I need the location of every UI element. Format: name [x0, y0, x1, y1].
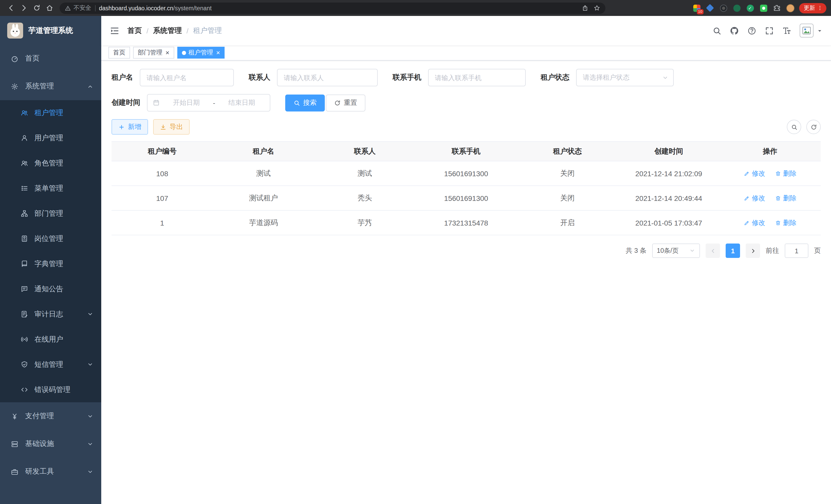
bookmark-star-icon[interactable]: [594, 5, 600, 11]
active-dot: [182, 51, 186, 55]
browser-toolbar: 不安全 dashboard.yudao.iocoder.cn/system/te…: [0, 0, 831, 16]
cell-actions: 修改 删除: [719, 210, 821, 235]
contact-input[interactable]: [277, 69, 378, 86]
search-button[interactable]: 搜索: [285, 94, 325, 111]
sidebar-item-label: 系统管理: [25, 82, 54, 91]
breadcrumb-item-system[interactable]: 系统管理: [153, 26, 182, 35]
tab-dept[interactable]: 部门管理 ×: [133, 47, 174, 59]
filter-contact: 联系人: [249, 69, 378, 86]
date-range-picker[interactable]: 开始日期 - 结束日期: [147, 94, 270, 112]
filter-create-time: 创建时间 开始日期 - 结束日期: [112, 94, 270, 112]
edit-link[interactable]: 修改: [744, 169, 765, 178]
phone-label: 联系手机: [393, 73, 422, 82]
sidebar-item-notice[interactable]: 通知公告: [0, 276, 101, 302]
toggle-search-button[interactable]: [787, 120, 801, 134]
page-size-select[interactable]: 10条/页: [652, 243, 700, 258]
sidebar-item-label: 研发工具: [25, 467, 54, 476]
chevron-down-icon: [87, 441, 93, 447]
cell-phone: 17321315478: [416, 210, 517, 235]
font-size-icon[interactable]: [782, 26, 792, 35]
sidebar-item-dict[interactable]: 字典管理: [0, 251, 101, 276]
delete-link[interactable]: 删除: [775, 194, 797, 203]
sidebar-item-audit-log[interactable]: 审计日志: [0, 302, 101, 327]
phone-input[interactable]: [428, 69, 526, 86]
page-number-1[interactable]: 1: [726, 243, 740, 258]
reset-button[interactable]: 重置: [326, 94, 365, 111]
sidebar-logo[interactable]: 芋道管理系统: [0, 16, 101, 45]
next-page-button[interactable]: [746, 243, 760, 258]
extension-icon-dark-circle[interactable]: [719, 4, 728, 12]
users-icon: [21, 159, 28, 167]
sidebar-item-online-user[interactable]: 在线用户: [0, 327, 101, 352]
extension-icon-green-check[interactable]: ✓: [746, 4, 754, 12]
browser-back-button[interactable]: [5, 2, 18, 14]
browser-reload-button[interactable]: [30, 2, 43, 14]
edit-link[interactable]: 修改: [744, 194, 765, 203]
sidebar-item-infra[interactable]: 基础设施: [0, 430, 101, 458]
create-time-label: 创建时间: [112, 98, 140, 108]
address-bar[interactable]: 不安全 dashboard.yudao.iocoder.cn/system/te…: [60, 2, 605, 13]
prev-page-button[interactable]: [706, 243, 720, 258]
github-icon[interactable]: [730, 26, 739, 35]
browser-forward-button[interactable]: [18, 2, 30, 14]
sidebar-item-error-code[interactable]: 错误码管理: [0, 377, 101, 402]
delete-link[interactable]: 删除: [775, 218, 797, 227]
cell-actions: 修改 删除: [719, 161, 821, 186]
date-separator: -: [213, 99, 215, 107]
sidebar-item-post[interactable]: 岗位管理: [0, 226, 101, 251]
extension-icon-colorful[interactable]: 10: [692, 4, 701, 12]
tab-label: 部门管理: [138, 48, 163, 57]
browser-home-button[interactable]: [43, 2, 56, 14]
user-avatar-menu[interactable]: [800, 24, 823, 37]
edit-link[interactable]: 修改: [744, 218, 765, 227]
sidebar-item-role[interactable]: 角色管理: [0, 151, 101, 176]
sidebar-item-user[interactable]: 用户管理: [0, 125, 101, 151]
sidebar-item-label: 支付管理: [25, 412, 54, 421]
close-icon[interactable]: ×: [166, 49, 169, 56]
sidebar-item-home[interactable]: 首页: [0, 45, 101, 72]
export-button[interactable]: 导出: [153, 119, 190, 135]
edit-pencil-icon: [744, 219, 750, 226]
header-search-icon[interactable]: [712, 26, 721, 35]
sidebar-item-menu[interactable]: 菜单管理: [0, 176, 101, 201]
refresh-table-button[interactable]: [806, 120, 821, 134]
delete-link[interactable]: 删除: [775, 169, 797, 178]
sidebar-item-tenant[interactable]: 租户管理: [0, 100, 101, 125]
close-icon[interactable]: ×: [216, 49, 220, 56]
help-question-icon[interactable]: [747, 26, 756, 35]
export-button-label: 导出: [170, 122, 183, 131]
tab-tenant[interactable]: 租户管理 ×: [177, 47, 225, 59]
chevron-down-icon: [87, 361, 93, 368]
date-end-placeholder: 结束日期: [219, 98, 265, 108]
tenant-name-input[interactable]: [140, 69, 234, 86]
sidebar-item-system[interactable]: 系统管理: [0, 72, 101, 100]
logo-rabbit-avatar: [7, 22, 23, 38]
sidebar-item-sms[interactable]: 短信管理: [0, 352, 101, 377]
breadcrumb-item-home[interactable]: 首页: [127, 26, 142, 35]
security-chip[interactable]: 不安全: [65, 4, 91, 12]
sidebar-fold-icon[interactable]: [110, 25, 120, 36]
fullscreen-icon[interactable]: [765, 26, 774, 35]
browser-profile-avatar[interactable]: [786, 4, 795, 12]
plus-icon: [118, 124, 125, 130]
sidebar-item-dept[interactable]: 部门管理: [0, 201, 101, 226]
sidebar-item-label: 租户管理: [34, 108, 63, 117]
extension-icon-blue-shield[interactable]: [706, 4, 714, 12]
sidebar-item-devtool[interactable]: 研发工具: [0, 458, 101, 485]
extension-icon-green-square[interactable]: [759, 4, 768, 12]
goto-page-input[interactable]: [785, 243, 808, 258]
status-select[interactable]: 请选择租户状态: [576, 69, 674, 86]
browser-update-button[interactable]: 更新: [799, 3, 826, 13]
add-button[interactable]: 新增: [112, 119, 148, 135]
tab-label: 租户管理: [188, 48, 213, 57]
sidebar-item-pay[interactable]: 支付管理: [0, 402, 101, 430]
log-icon: [21, 310, 28, 318]
cell-created: 2021-01-05 17:03:47: [618, 210, 719, 235]
cell-created: 2021-12-14 20:49:44: [618, 186, 719, 210]
filter-row-2: 创建时间 开始日期 - 结束日期 搜索: [112, 94, 821, 112]
extension-icon-dark-green[interactable]: [732, 4, 741, 12]
tab-home[interactable]: 首页: [109, 47, 130, 59]
extensions-puzzle-icon[interactable]: [772, 4, 781, 12]
table-row: 107 测试租户 秃头 15601691300 关闭 2021-12-14 20…: [112, 186, 821, 210]
share-icon[interactable]: [582, 5, 589, 11]
